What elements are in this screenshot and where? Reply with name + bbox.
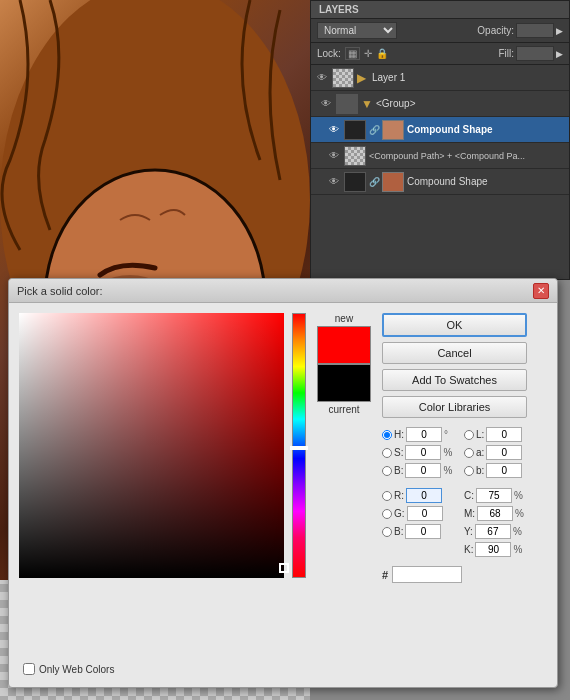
layer-row-layer1[interactable]: 👁 ▶ Layer 1 <box>311 65 569 91</box>
a-row: a: <box>464 445 529 460</box>
layer-visibility-icon[interactable]: 👁 <box>319 97 333 111</box>
y-label: Y: <box>464 526 473 537</box>
current-color-box <box>317 364 371 402</box>
lab-cmyk-column: L: a: b: <box>464 427 529 557</box>
opacity-arrow-icon[interactable]: ▶ <box>556 26 563 36</box>
b-radio[interactable] <box>382 466 392 476</box>
l-row: L: <box>464 427 529 442</box>
b-row: B: % <box>382 463 458 478</box>
layer-visibility-icon[interactable]: 👁 <box>327 123 341 137</box>
h-unit: ° <box>444 429 458 440</box>
layer-thumbnail <box>332 68 354 88</box>
color-picker-dialog: Pick a solid color: ✕ new current OK Can… <box>8 278 558 688</box>
g-radio[interactable] <box>382 509 392 519</box>
layer-row-compound-shape-2[interactable]: 👁 🔗 Compound Shape <box>311 169 569 195</box>
b2-radio[interactable] <box>464 466 474 476</box>
hue-slider[interactable] <box>292 313 306 578</box>
blend-mode-select[interactable]: Normal <box>317 22 397 39</box>
c-label: C: <box>464 490 474 501</box>
r-radio[interactable] <box>382 491 392 501</box>
layer-visibility-icon[interactable]: 👁 <box>327 175 341 189</box>
b-unit: % <box>443 465 457 476</box>
a-label: a: <box>476 447 484 458</box>
color-preview-section: new current <box>314 313 374 677</box>
layer-thumbnail-color <box>382 120 404 140</box>
g-row: G: <box>382 506 458 521</box>
b-label: B: <box>394 465 403 476</box>
b2-input[interactable] <box>486 463 522 478</box>
blue-input[interactable] <box>405 524 441 539</box>
lock-move-icon[interactable]: ✛ <box>364 48 372 59</box>
layer-name: Compound Shape <box>407 124 565 135</box>
lock-pixel-icon[interactable]: ▦ <box>345 47 360 60</box>
close-button[interactable]: ✕ <box>533 283 549 299</box>
a-radio[interactable] <box>464 448 474 458</box>
s-input[interactable] <box>405 445 441 460</box>
layer-name: Layer 1 <box>372 72 565 83</box>
opacity-input[interactable]: 100% <box>516 23 554 38</box>
layer-row-compound-shape-1[interactable]: 👁 🔗 Compound Shape <box>311 117 569 143</box>
layer-thumbnail <box>336 94 358 114</box>
color-gradient-picker[interactable] <box>19 313 284 578</box>
hsb-rgb-column: H: ° S: % B: <box>382 427 458 557</box>
fill-arrow-icon[interactable]: ▶ <box>556 49 563 59</box>
layers-panel-title: LAYERS <box>311 1 569 19</box>
layers-toolbar: Normal Opacity: 100% ▶ <box>311 19 569 43</box>
h-radio[interactable] <box>382 430 392 440</box>
s-label: S: <box>394 447 403 458</box>
blue-row: B: <box>382 524 458 539</box>
h-label: H: <box>394 429 404 440</box>
layer-row-group[interactable]: 👁 ▼ <Group> <box>311 91 569 117</box>
b-input[interactable] <box>405 463 441 478</box>
m-label: M: <box>464 508 475 519</box>
blue-radio[interactable] <box>382 527 392 537</box>
l-radio[interactable] <box>464 430 474 440</box>
y-input[interactable] <box>475 524 511 539</box>
opacity-label: Opacity: <box>477 25 514 36</box>
black-gradient-overlay <box>19 313 284 578</box>
lock-label: Lock: <box>317 48 341 59</box>
layer-name: <Group> <box>376 98 565 109</box>
k-unit: % <box>513 544 527 555</box>
m-input[interactable] <box>477 506 513 521</box>
color-inputs-container: H: ° S: % B: <box>382 427 527 557</box>
add-to-swatches-button[interactable]: Add To Swatches <box>382 369 527 391</box>
fill-label: Fill: <box>498 48 514 59</box>
layer-visibility-icon[interactable]: 👁 <box>315 71 329 85</box>
layer-visibility-icon[interactable]: 👁 <box>327 149 341 163</box>
ok-button[interactable]: OK <box>382 313 527 337</box>
current-label: current <box>328 404 359 415</box>
only-web-colors-checkbox[interactable] <box>23 663 35 675</box>
only-web-colors-label: Only Web Colors <box>39 664 114 675</box>
folder-icon: ▼ <box>361 97 373 111</box>
new-color-box <box>317 326 371 364</box>
picker-cursor <box>279 563 289 573</box>
h-input[interactable] <box>406 427 442 442</box>
blue-label: B: <box>394 526 403 537</box>
r-input[interactable] <box>406 488 442 503</box>
l-input[interactable] <box>486 427 522 442</box>
b2-label: b: <box>476 465 484 476</box>
layer-row-compound-path[interactable]: 👁 <Compound Path> + <Compound Pa... <box>311 143 569 169</box>
layer-thumbnail-black <box>344 172 366 192</box>
color-libraries-button[interactable]: Color Libraries <box>382 396 527 418</box>
cancel-button[interactable]: Cancel <box>382 342 527 364</box>
hex-input[interactable]: 000000 <box>392 566 462 583</box>
fill-input[interactable]: 100% <box>516 46 554 61</box>
layers-panel: LAYERS Normal Opacity: 100% ▶ Lock: ▦ ✛ … <box>310 0 570 280</box>
link-icon: 🔗 <box>369 175 379 189</box>
k-input[interactable] <box>475 542 511 557</box>
s-radio[interactable] <box>382 448 392 458</box>
c-unit: % <box>514 490 528 501</box>
g-input[interactable] <box>407 506 443 521</box>
y-row: Y: % <box>464 524 529 539</box>
folder-icon: ▶ <box>357 71 369 85</box>
h-row: H: ° <box>382 427 458 442</box>
lock-all-icon[interactable]: 🔒 <box>376 48 388 59</box>
layers-lock-row: Lock: ▦ ✛ 🔒 Fill: 100% ▶ <box>311 43 569 65</box>
layer-thumbnail-color <box>382 172 404 192</box>
a-input[interactable] <box>486 445 522 460</box>
c-input[interactable] <box>476 488 512 503</box>
hex-label: # <box>382 569 388 581</box>
new-label: new <box>335 313 353 324</box>
